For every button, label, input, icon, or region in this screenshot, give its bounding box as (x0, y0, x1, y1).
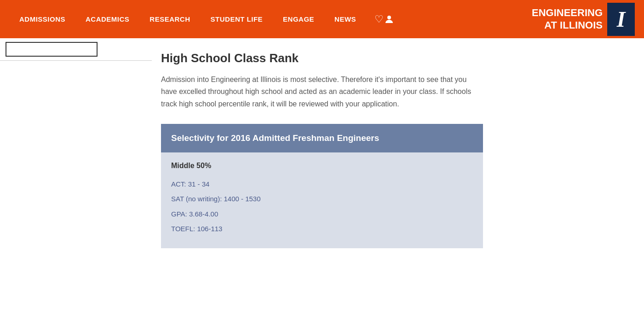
section-body: Admission into Engineering at Illinois i… (161, 74, 483, 110)
stat-act: ACT: 31 - 34 (171, 179, 473, 190)
search-area (0, 38, 152, 61)
nav-student-life[interactable]: STUDENT LIFE (201, 0, 273, 38)
brand-i-letter: I (607, 3, 635, 36)
nav-links: ADMISSIONS ACADEMICS RESEARCH STUDENT LI… (9, 0, 532, 38)
brand-logo: ENGINEERING AT ILLINOIS I (532, 3, 635, 36)
selectivity-body: Middle 50% ACT: 31 - 34 SAT (no writing)… (161, 152, 483, 248)
nav-engage[interactable]: ENGAGE (273, 0, 324, 38)
nav-research[interactable]: RESEARCH (139, 0, 200, 38)
search-input[interactable] (6, 42, 98, 57)
main-content: High School Class Rank Admission into En… (0, 38, 644, 257)
brand-text: ENGINEERING AT ILLINOIS (532, 7, 603, 31)
user-icon[interactable]: ♡ (366, 0, 403, 38)
section-title: High School Class Rank (161, 51, 483, 65)
middle-50-label: Middle 50% (171, 162, 473, 170)
selectivity-box: Selectivity for 2016 Admitted Freshman E… (161, 124, 483, 248)
stat-sat: SAT (no writing): 1400 - 1530 (171, 194, 473, 204)
selectivity-header: Selectivity for 2016 Admitted Freshman E… (161, 124, 483, 152)
nav-admissions[interactable]: ADMISSIONS (9, 0, 75, 38)
nav-academics[interactable]: ACADEMICS (75, 0, 139, 38)
stat-toefl: TOEFL: 106-113 (171, 224, 473, 234)
stat-gpa: GPA: 3.68-4.00 (171, 209, 473, 220)
page-section: High School Class Rank Admission into En… (161, 51, 483, 248)
navbar: ADMISSIONS ACADEMICS RESEARCH STUDENT LI… (0, 0, 644, 38)
nav-news[interactable]: NEWS (324, 0, 366, 38)
svg-point-0 (387, 16, 391, 19)
